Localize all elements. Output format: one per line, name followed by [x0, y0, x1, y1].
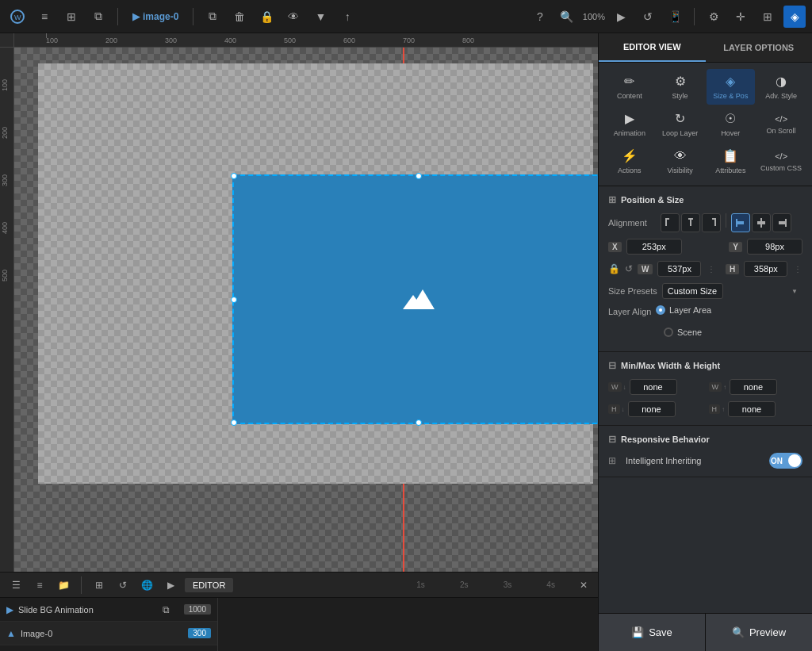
icon-size-pos[interactable]: ◈ Size & Pos: [707, 69, 756, 105]
tab-layer-options[interactable]: LAYER OPTIONS: [706, 33, 813, 62]
editor-button[interactable]: EDITOR: [185, 578, 233, 592]
icon-attributes[interactable]: 📋 Attributes: [707, 144, 756, 179]
slides-mgr-icon[interactable]: ⊞: [756, 6, 779, 28]
dropdown-icon[interactable]: ▼: [309, 6, 331, 28]
active-panel-icon[interactable]: ◈: [783, 6, 806, 28]
bottom-toolbar: ☰ ≡ 📁 ⊞ ↺ 🌐 ▶ EDITOR 1s 2s 3s 4s ✕: [0, 572, 598, 598]
size-presets-select[interactable]: Custom Size: [662, 283, 723, 299]
align-center[interactable]: [752, 213, 771, 232]
align-right[interactable]: [772, 213, 791, 232]
track-slide-bg[interactable]: ▶ Slide BG Animation ⧉ 1000: [0, 598, 217, 622]
w-input[interactable]: [657, 261, 701, 277]
x-input[interactable]: [626, 239, 682, 255]
zoom-icon[interactable]: 🔍: [556, 6, 578, 28]
position-icon[interactable]: ✛: [730, 6, 752, 28]
copy-icon[interactable]: ⧉: [201, 6, 224, 28]
icon-on-scroll[interactable]: </> On Scroll: [756, 106, 806, 142]
refresh-icon[interactable]: ↺: [113, 576, 132, 595]
minmax-h-min: H ↓: [608, 401, 703, 417]
align-left[interactable]: [731, 213, 750, 232]
time-mark-4s: 4s: [537, 580, 565, 589]
track-image0[interactable]: ▲ Image-0 300: [0, 622, 217, 645]
y-input[interactable]: [747, 239, 802, 255]
wordpress-icon[interactable]: W: [6, 6, 29, 28]
global-icon[interactable]: 🌐: [137, 576, 156, 595]
track-slide-action[interactable]: ⧉: [157, 600, 176, 619]
icon-animation[interactable]: ▶ Animation: [605, 106, 654, 142]
layers-icon[interactable]: ≡: [33, 6, 56, 28]
icon-loop-layer[interactable]: ↻ Loop Layer: [656, 106, 705, 142]
help-icon[interactable]: ?: [529, 6, 551, 28]
adv-style-icon: ◑: [776, 74, 787, 89]
minmax-h-min-input[interactable]: [628, 401, 676, 417]
minmax-w-min-input[interactable]: [630, 379, 677, 395]
scene-option[interactable]: Scene: [664, 327, 702, 337]
h-input[interactable]: [744, 261, 787, 277]
style-icon: ⚙: [675, 74, 686, 89]
grid-icon[interactable]: ⊞: [60, 6, 82, 28]
handle-bl[interactable]: [231, 419, 237, 426]
lock-icon[interactable]: 🔒: [255, 6, 278, 28]
minmax-h-max-input[interactable]: [728, 401, 776, 417]
layer-align-row: Layer Align Layer Area Scene: [608, 305, 802, 337]
minmax-w-max-icon: W: [709, 382, 722, 392]
size-presets-label: Size Presets: [608, 286, 657, 296]
preview-button[interactable]: 🔍 Preview: [706, 614, 812, 651]
minmax-w-max-input[interactable]: [730, 379, 777, 395]
upload-icon[interactable]: ↑: [336, 6, 358, 28]
responsive-header[interactable]: ⊟ Responsive Behavior: [608, 434, 802, 445]
position-size-header[interactable]: ⊞ Position & Size: [608, 194, 802, 205]
settings-icon[interactable]: ⚙: [703, 6, 725, 28]
play-icon[interactable]: ▶: [161, 576, 180, 595]
folder-icon[interactable]: 📁: [54, 576, 73, 595]
delete-icon[interactable]: 🗑: [228, 6, 251, 28]
handle-left[interactable]: [231, 297, 237, 303]
main-layout: 100 200 300 400 500 600 700 800 100 200 …: [0, 33, 812, 651]
icon-visibility[interactable]: 👁 Visibility: [656, 144, 705, 179]
responsive-title: Responsive Behavior: [621, 435, 710, 444]
layer-area-option[interactable]: Layer Area: [656, 305, 711, 315]
align-top-left[interactable]: [661, 213, 680, 232]
layers-timeline-icon[interactable]: ☰: [6, 576, 25, 595]
toolbar-divider-3: [694, 8, 695, 25]
tab-editor-view[interactable]: EDITOR VIEW: [599, 33, 706, 62]
attributes-label: Attributes: [715, 167, 745, 174]
lock-size-icon[interactable]: 🔒: [608, 263, 620, 274]
layer-area-radio[interactable]: [656, 305, 665, 315]
canvas-viewport[interactable]: [14, 48, 598, 572]
intelligent-toggle[interactable]: ON: [769, 453, 802, 469]
handle-tl[interactable]: [231, 173, 237, 179]
minmax-header[interactable]: ⊟ Min/Max Width & Height: [608, 360, 802, 371]
refresh-size-icon[interactable]: ↺: [625, 263, 633, 274]
size-row: 🔒 ↺ W ⋮ H ⋮: [608, 261, 802, 277]
scene-radio[interactable]: [664, 327, 673, 337]
handle-bottom[interactable]: [416, 419, 422, 426]
w-options-button[interactable]: ⋮: [706, 262, 716, 275]
icon-hover[interactable]: ☉ Hover: [707, 106, 756, 142]
visibility-icon[interactable]: 👁: [282, 6, 304, 28]
handle-top[interactable]: [416, 173, 422, 179]
icon-adv-style[interactable]: ◑ Adv. Style: [756, 69, 806, 105]
save-button[interactable]: 💾 Save: [599, 614, 706, 651]
align-top-center[interactable]: [681, 213, 700, 232]
size-presets-select-wrapper[interactable]: Custom Size: [662, 283, 802, 299]
h-options-button[interactable]: ⋮: [792, 262, 802, 275]
undo-icon[interactable]: ↺: [637, 6, 659, 28]
active-file-label: ▶ image-0: [126, 11, 185, 22]
align-top-right[interactable]: [702, 213, 721, 232]
icon-actions[interactable]: ⚡ Actions: [605, 144, 654, 179]
image-element[interactable]: [232, 174, 598, 424]
style-label: Style: [672, 92, 688, 100]
grid-timeline-icon[interactable]: ⊞: [90, 576, 109, 595]
hover-label: Hover: [721, 129, 740, 137]
slides-icon[interactable]: ⧉: [87, 6, 109, 28]
icon-content[interactable]: ✏ Content: [605, 69, 654, 105]
mountain-icon: [399, 285, 439, 314]
slide-area[interactable]: [38, 63, 593, 484]
cursor-icon[interactable]: ▶: [610, 6, 632, 28]
list-icon[interactable]: ≡: [30, 576, 49, 595]
icon-style[interactable]: ⚙ Style: [656, 69, 705, 105]
device-icon[interactable]: 📱: [664, 6, 686, 28]
close-timeline-button[interactable]: ✕: [576, 577, 592, 593]
icon-custom-css[interactable]: </> Custom CSS: [756, 144, 806, 179]
